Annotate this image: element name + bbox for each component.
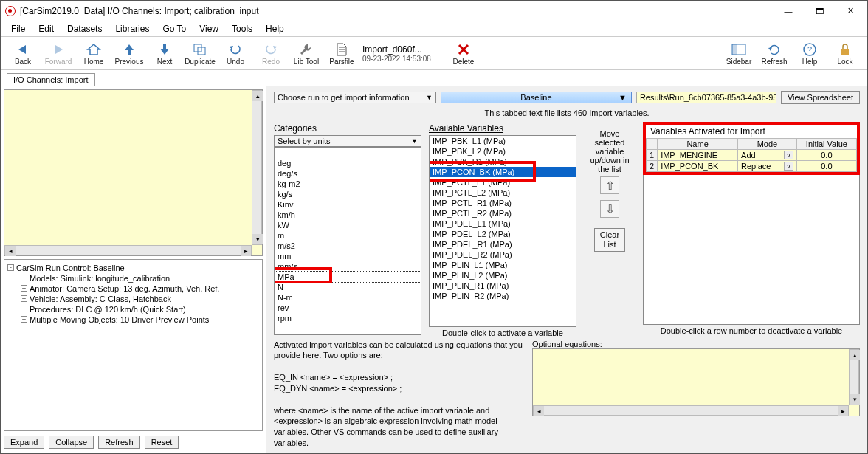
- list-item[interactable]: IMP_PBK_L1 (MPa): [430, 136, 576, 146]
- row-number[interactable]: 2: [647, 161, 658, 172]
- list-item[interactable]: m: [275, 230, 421, 241]
- scrollbar-vertical[interactable]: ▴▾: [849, 349, 859, 405]
- back-button[interactable]: Back: [5, 38, 41, 68]
- list-item[interactable]: kW: [275, 220, 421, 230]
- tree-root[interactable]: - CarSim Run Control: Baseline: [7, 263, 259, 273]
- list-item[interactable]: IMP_PLIN_R2 (MPa): [430, 291, 576, 301]
- chevron-down-icon[interactable]: v: [784, 151, 793, 159]
- previous-button[interactable]: Previous: [111, 38, 147, 68]
- menu-libraries[interactable]: Libraries: [109, 22, 155, 35]
- next-button[interactable]: Next: [147, 38, 182, 68]
- expand-icon[interactable]: +: [21, 275, 27, 281]
- list-item[interactable]: IMP_PDEL_R2 (MPa): [430, 250, 576, 260]
- close-button[interactable]: ✕: [835, 1, 866, 21]
- menu-goto[interactable]: Go To: [156, 22, 192, 35]
- list-item[interactable]: IMP_PBK_L2 (MPa): [430, 146, 576, 157]
- cell-initval[interactable]: 0.0: [796, 150, 856, 161]
- menu-datasets[interactable]: Datasets: [61, 22, 108, 35]
- list-item[interactable]: IMP_PLIN_R1 (MPa): [430, 281, 576, 291]
- scrollbar-horizontal[interactable]: ◂▸: [4, 245, 252, 255]
- undo-button[interactable]: Undo: [218, 38, 253, 68]
- row-number[interactable]: 1: [647, 150, 658, 161]
- minimize-button[interactable]: —: [773, 1, 804, 21]
- view-spreadsheet-button[interactable]: View Spreadsheet: [781, 91, 860, 104]
- results-field[interactable]: Results\Run_6cb07365-85a3-4a3b-95: [636, 92, 776, 103]
- forward-button[interactable]: Forward: [41, 38, 76, 68]
- list-item[interactable]: Kinv: [275, 199, 421, 210]
- expand-icon[interactable]: +: [21, 306, 27, 312]
- menu-edit[interactable]: Edit: [32, 22, 60, 35]
- list-item[interactable]: mm: [275, 251, 421, 261]
- select-units-combo[interactable]: Select by units▼: [274, 135, 421, 147]
- list-item[interactable]: deg: [275, 158, 421, 168]
- refresh-tree-button[interactable]: Refresh: [98, 436, 140, 449]
- collapse-icon[interactable]: -: [7, 264, 14, 271]
- move-up-button[interactable]: ⇧: [600, 176, 619, 194]
- expand-button[interactable]: Expand: [4, 436, 44, 449]
- sidebar-button[interactable]: Sidebar: [721, 38, 757, 68]
- cell-name[interactable]: IMP_MENGINE: [658, 150, 738, 161]
- refresh-button[interactable]: Refresh: [757, 38, 792, 68]
- home-button[interactable]: Home: [76, 38, 111, 68]
- clear-list-button[interactable]: Clear List: [594, 228, 625, 252]
- categories-list[interactable]: - deg deg/s kg-m2 kg/s Kinv km/h kW m m/…: [274, 147, 421, 335]
- baseline-combo[interactable]: Baseline▼: [441, 92, 632, 103]
- chevron-down-icon[interactable]: v: [784, 162, 793, 171]
- list-item[interactable]: IMP_PCTL_R2 (MPa): [430, 208, 576, 219]
- cell-initval[interactable]: 0.0: [796, 161, 856, 172]
- expand-icon[interactable]: +: [21, 316, 27, 323]
- list-item[interactable]: IMP_PDEL_L2 (MPa): [430, 229, 576, 239]
- list-item[interactable]: IMP_PLIN_L1 (MPa): [430, 260, 576, 270]
- tree-item[interactable]: +Procedures: DLC @ 120 km/h (Quick Start…: [7, 304, 259, 314]
- collapse-button[interactable]: Collapse: [49, 436, 94, 449]
- choose-run-combo[interactable]: Choose run to get import information▼: [274, 92, 436, 103]
- list-item[interactable]: IMP_PCTL_R1 (MPa): [430, 198, 576, 208]
- move-down-button[interactable]: ⇩: [600, 200, 619, 218]
- tree-item[interactable]: +Animator: Camera Setup: 13 deg. Azimuth…: [7, 283, 259, 294]
- list-item[interactable]: rev: [275, 303, 421, 313]
- tree-item[interactable]: +Vehicle: Assembly: C-Class, Hatchback: [7, 294, 259, 304]
- expand-icon[interactable]: +: [21, 295, 27, 302]
- table-row[interactable]: 2 IMP_PCON_BK Replacev 0.0: [647, 161, 857, 172]
- duplicate-button[interactable]: Duplicate: [182, 38, 218, 68]
- help-button[interactable]: ? Help: [792, 38, 827, 68]
- table-row[interactable]: 1 IMP_MENGINE Addv 0.0: [647, 150, 857, 161]
- delete-button[interactable]: Delete: [446, 38, 481, 68]
- list-item[interactable]: IMP_PDEL_R1 (MPa): [430, 239, 576, 250]
- menu-file[interactable]: File: [5, 22, 31, 35]
- menu-tools[interactable]: Tools: [226, 22, 258, 35]
- list-item[interactable]: rpm: [275, 313, 421, 323]
- optional-equations-input[interactable]: ▴▾ ◂▸: [532, 348, 860, 416]
- notes-area[interactable]: ▴▾ ◂▸: [4, 89, 263, 256]
- list-item[interactable]: deg/s: [275, 168, 421, 179]
- tree-view[interactable]: - CarSim Run Control: Baseline +Models: …: [4, 259, 263, 432]
- list-item[interactable]: -: [275, 148, 421, 158]
- list-item[interactable]: kg/s: [275, 189, 421, 199]
- list-item[interactable]: N-m: [275, 292, 421, 303]
- scrollbar-horizontal[interactable]: ◂▸: [533, 405, 849, 416]
- lock-button[interactable]: Lock: [827, 38, 863, 68]
- tree-item[interactable]: +Models: Simulink: longitude_calibration: [7, 273, 259, 283]
- maximize-button[interactable]: 🗖: [804, 1, 835, 21]
- cell-mode[interactable]: Addv: [738, 150, 797, 161]
- list-item[interactable]: m/s2: [275, 241, 421, 251]
- list-item[interactable]: N: [275, 282, 421, 292]
- menu-help[interactable]: Help: [260, 22, 290, 35]
- list-item[interactable]: IMP_PCTL_L2 (MPa): [430, 188, 576, 198]
- tab-io-channels[interactable]: I/O Channels: Import: [7, 73, 95, 86]
- parsfile-button[interactable]: Parsfile: [324, 38, 359, 68]
- cell-mode[interactable]: Replacev: [738, 161, 797, 172]
- cell-name[interactable]: IMP_PCON_BK: [658, 161, 738, 172]
- reset-button[interactable]: Reset: [145, 436, 179, 449]
- available-list[interactable]: IMP_PBK_L1 (MPa) IMP_PBK_L2 (MPa) IMP_PB…: [429, 135, 576, 327]
- list-item[interactable]: km/h: [275, 210, 421, 220]
- expand-icon[interactable]: +: [21, 285, 27, 292]
- tree-item[interactable]: +Multiple Moving Objects: 10 Driver Prev…: [7, 314, 259, 325]
- libtool-button[interactable]: Lib Tool: [289, 38, 324, 68]
- list-item[interactable]: IMP_PDEL_L1 (MPa): [430, 219, 576, 229]
- menu-view[interactable]: View: [193, 22, 224, 35]
- redo-button[interactable]: Redo: [253, 38, 289, 68]
- list-item[interactable]: IMP_PLIN_L2 (MPa): [430, 270, 576, 281]
- list-item[interactable]: kg-m2: [275, 179, 421, 189]
- scrollbar-vertical[interactable]: ▴▾: [252, 90, 262, 245]
